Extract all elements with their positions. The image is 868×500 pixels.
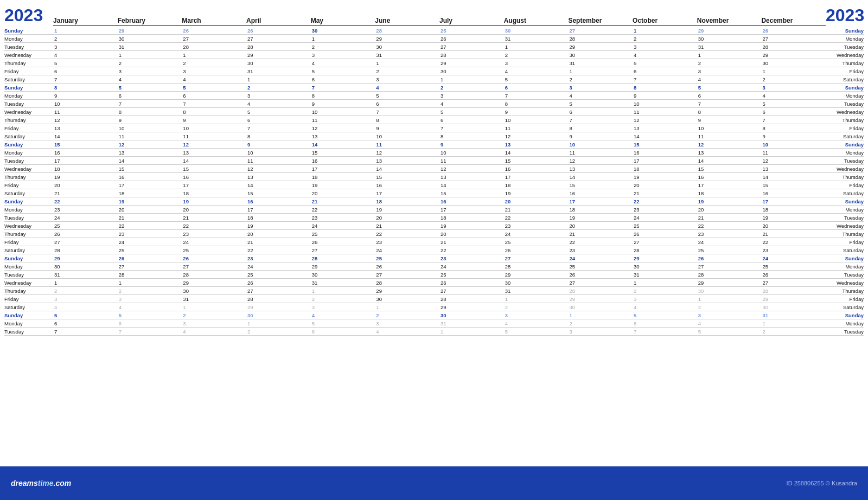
month-name: August — [504, 17, 569, 25]
day-name-right: Thursday — [826, 59, 864, 67]
day-cell: 2 — [633, 35, 697, 43]
day-name-left: Friday — [4, 181, 53, 189]
day-cell: 29 — [182, 279, 246, 287]
day-cell: 26 — [697, 254, 762, 262]
day-cell: 2 — [761, 328, 826, 336]
day-cell: 13 — [633, 124, 697, 132]
day-cell: 23 — [697, 230, 762, 238]
day-cell: 20 — [633, 181, 697, 189]
day-cell: 15 — [504, 157, 569, 165]
day-cell: 14 — [182, 157, 246, 165]
day-cell: 27 — [697, 262, 762, 271]
day-cell: 5 — [118, 84, 182, 92]
day-cell: 7 — [118, 328, 182, 336]
day-cell: 30 — [568, 51, 633, 59]
day-cell: 1 — [311, 35, 375, 43]
day-cell: 25 — [633, 222, 697, 230]
day-cell: 3 — [182, 67, 246, 75]
day-cell: 24 — [504, 230, 569, 238]
day-cell: 21 — [53, 189, 118, 197]
day-cell: 9 — [53, 92, 118, 100]
day-cell: 7 — [53, 75, 118, 84]
day-name-left: Thursday — [4, 59, 53, 67]
day-cell: 2 — [118, 287, 182, 295]
day-cell: 18 — [53, 165, 118, 173]
day-cell: 19 — [761, 214, 826, 222]
day-cell: 17 — [439, 206, 504, 214]
day-cell: 28 — [439, 51, 504, 59]
day-cell: 15 — [53, 140, 118, 149]
day-cell: 24 — [439, 262, 504, 271]
day-cell: 2 — [697, 303, 762, 311]
day-cell: 26 — [118, 254, 182, 262]
day-cell: 19 — [53, 173, 118, 181]
day-cell: 20 — [311, 189, 375, 197]
day-cell: 4 — [118, 303, 182, 311]
day-cell: 10 — [375, 132, 439, 140]
day-name-right: Monday — [826, 319, 864, 328]
day-name-right: Saturday — [826, 303, 864, 311]
day-cell: 2 — [182, 311, 246, 319]
day-cell: 29 — [633, 254, 697, 262]
day-cell: 4 — [568, 92, 633, 100]
day-cell: 20 — [182, 206, 246, 214]
day-cell: 4 — [182, 328, 246, 336]
day-cell: 7 — [633, 328, 697, 336]
month-header-october: October — [633, 17, 697, 25]
day-cell: 9 — [311, 100, 375, 108]
day-name-left: Wednesday — [4, 279, 53, 287]
day-name-left: Thursday — [4, 173, 53, 181]
day-cell: 8 — [375, 116, 439, 124]
day-cell: 1 — [697, 51, 762, 59]
day-cell: 19 — [568, 214, 633, 222]
day-cell: 18 — [633, 165, 697, 173]
day-name-right: Sunday — [826, 84, 864, 92]
day-cell: 21 — [504, 206, 569, 214]
day-cell: 6 — [633, 67, 697, 75]
day-cell: 17 — [246, 206, 311, 214]
day-cell: 4 — [182, 75, 246, 84]
day-cell: 13 — [761, 165, 826, 173]
day-cell: 30 — [568, 303, 633, 311]
day-cell: 8 — [568, 124, 633, 132]
day-cell: 19 — [375, 206, 439, 214]
day-cell: 16 — [118, 173, 182, 181]
day-cell: 27 — [761, 279, 826, 287]
day-cell: 4 — [439, 100, 504, 108]
month-name: June — [375, 17, 439, 25]
day-cell: 9 — [439, 140, 504, 149]
day-cell: 21 — [633, 189, 697, 197]
day-cell: 28 — [568, 287, 633, 295]
day-cell: 3 — [311, 303, 375, 311]
day-cell: 6 — [633, 319, 697, 328]
day-cell: 4 — [375, 84, 439, 92]
day-cell: 2 — [568, 319, 633, 328]
day-cell: 2 — [761, 75, 826, 84]
day-name-left: Monday — [4, 206, 53, 214]
day-cell: 20 — [246, 230, 311, 238]
day-cell: 9 — [633, 92, 697, 100]
day-cell: 3 — [311, 51, 375, 59]
day-cell: 9 — [182, 116, 246, 124]
day-name-left: Saturday — [4, 303, 53, 311]
day-cell: 20 — [53, 181, 118, 189]
day-cell: 7 — [246, 124, 311, 132]
day-cell: 15 — [182, 165, 246, 173]
day-cell: 5 — [182, 84, 246, 92]
day-cell: 7 — [182, 100, 246, 108]
day-name-left: Thursday — [4, 287, 53, 295]
day-cell: 29 — [53, 254, 118, 262]
month-col-dec: 2627282930123456789101112131415161718192… — [761, 27, 826, 336]
day-name-right: Thursday — [826, 173, 864, 181]
month-col-jan: 1234567891011121314151617181920212223242… — [53, 27, 118, 336]
day-cell: 8 — [311, 92, 375, 100]
day-cell: 12 — [311, 124, 375, 132]
day-cell: 8 — [761, 124, 826, 132]
months-body: 1234567891011121314151617181920212223242… — [53, 27, 826, 336]
day-cell: 21 — [118, 214, 182, 222]
day-name-left: Monday — [4, 262, 53, 271]
day-cell: 28 — [246, 295, 311, 303]
day-cell: 25 — [182, 246, 246, 254]
day-cell: 31 — [375, 51, 439, 59]
day-cell: 15 — [439, 189, 504, 197]
